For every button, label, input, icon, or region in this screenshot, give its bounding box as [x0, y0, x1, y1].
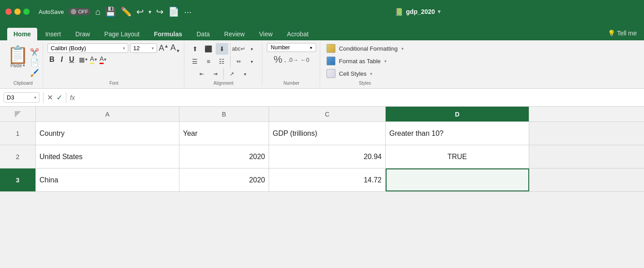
col-header-a[interactable]: A [36, 107, 179, 121]
copy-icon: 📄 [30, 58, 39, 67]
row-num-3[interactable]: 3 [0, 169, 36, 191]
autosave-toggle[interactable]: OFF [68, 8, 91, 15]
number-format-dropdown[interactable]: Number ▾ [267, 43, 316, 52]
cell-ref-arrow: ▾ [34, 95, 36, 100]
font-size-increase-icon[interactable]: A▲ [159, 43, 169, 53]
cut-button[interactable]: ✂️ [30, 48, 39, 56]
col-header-b[interactable]: B [179, 107, 269, 121]
traffic-lights [5, 9, 30, 15]
cell-a1[interactable]: Country [36, 122, 179, 145]
font-group: Calibri (Body) ▾ 12 ▾ A▲ A▼ B I U ▦ ▾ A … [44, 42, 184, 86]
redo-icon[interactable]: ↪ [156, 6, 164, 17]
row-num-2[interactable]: 2 [0, 145, 36, 168]
cell-c3[interactable]: 14.72 [269, 169, 386, 191]
format-as-table-arrow: ▾ [384, 59, 387, 64]
align-center-button[interactable]: ≡ [202, 56, 215, 67]
text-direction-dropdown[interactable]: ▾ [239, 68, 252, 80]
tab-draw[interactable]: Draw [69, 28, 96, 40]
percent-button[interactable]: % [274, 54, 283, 65]
col-header-d[interactable]: D [386, 107, 529, 121]
tab-acrobat[interactable]: Acrobat [281, 28, 315, 40]
maximize-button[interactable] [23, 9, 30, 15]
comma-button[interactable]: , [284, 56, 286, 63]
decrease-decimal-button[interactable]: ←0 [300, 56, 309, 63]
formula-input[interactable] [78, 93, 640, 102]
conditional-formatting-button[interactable]: Conditional Formatting ▾ [325, 43, 405, 54]
tab-review[interactable]: Review [218, 28, 251, 40]
cell-d2[interactable]: TRUE [386, 145, 529, 168]
text-direction-button[interactable]: ↗ [226, 68, 238, 80]
cell-b2[interactable]: 2020 [179, 145, 269, 168]
autosave-label: AutoSave [39, 9, 64, 15]
italic-button[interactable]: I [59, 55, 65, 65]
home-icon[interactable]: ⌂ [95, 7, 100, 17]
minimize-button[interactable] [14, 9, 21, 15]
align-middle-button[interactable]: ⬛ [202, 43, 215, 55]
cell-b1[interactable]: Year [179, 122, 269, 145]
fill-color-dropdown[interactable]: A ▾ [90, 55, 97, 64]
wrap-dropdown[interactable]: ▾ [246, 43, 258, 55]
conditional-formatting-icon [326, 44, 335, 53]
tab-formulas[interactable]: Formulas [148, 28, 188, 40]
edit-icon[interactable]: ✏️ [121, 6, 132, 17]
format-as-table-button[interactable]: Format as Table ▾ [325, 56, 388, 66]
cell-a3[interactable]: China [36, 169, 179, 191]
font-color-dropdown[interactable]: A ▾ [100, 55, 106, 64]
increase-decimal-button[interactable]: .0→ [288, 56, 299, 63]
confirm-formula-button[interactable]: ✓ [57, 93, 62, 102]
font-label: Font [109, 80, 118, 86]
number-group: Number ▾ % , .0→ ←0 Number [263, 42, 320, 86]
close-button[interactable] [5, 9, 12, 15]
font-row1: Calibri (Body) ▾ 12 ▾ A▲ A▼ [48, 43, 180, 53]
bold-button[interactable]: B [48, 55, 57, 65]
tab-home[interactable]: Home [7, 28, 37, 40]
underline-button[interactable]: U [67, 55, 76, 65]
align-right-button[interactable]: ☷ [216, 56, 228, 67]
cell-styles-arrow: ▾ [370, 71, 372, 76]
merge-dropdown[interactable]: ▾ [246, 56, 258, 67]
toggle-dot [71, 9, 76, 14]
table-row: 1 Country Year GDP (trillions) Greater t… [0, 122, 644, 145]
title-bar: AutoSave OFF ⌂ 💾 ✏️ ↩ ▾ ↪ 📄 ··· 📗 gdp_20… [0, 0, 644, 23]
page-icon[interactable]: 📄 [168, 6, 179, 17]
cancel-formula-button[interactable]: ✕ [47, 93, 53, 102]
cell-c2[interactable]: 20.94 [269, 145, 386, 168]
font-size-value: 12 [133, 45, 139, 52]
cell-d3[interactable] [386, 169, 529, 191]
paste-button[interactable]: 📋 Paste ▾ [7, 46, 28, 68]
font-size-dropdown[interactable]: 12 ▾ [130, 43, 157, 53]
save-icon[interactable]: 💾 [105, 6, 116, 17]
tab-page-layout[interactable]: Page Layout [98, 28, 146, 40]
font-size-decrease-icon[interactable]: A▼ [170, 43, 180, 53]
ribbon-tabs: Home Insert Draw Page Layout Formulas Da… [0, 23, 644, 40]
decrease-indent-button[interactable]: ⇤ [196, 68, 208, 80]
paste-label: Paste ▾ [10, 63, 25, 68]
clipboard-label: Clipboard [13, 80, 33, 86]
format-painter-button[interactable]: 🖌️ [30, 69, 39, 77]
border-dropdown[interactable]: ▦ ▾ [79, 56, 87, 63]
cell-a2[interactable]: United States [36, 145, 179, 168]
filename-chevron[interactable]: ▾ [438, 9, 440, 15]
cell-reference-box[interactable]: D3 ▾ [4, 92, 39, 103]
undo-dropdown-icon[interactable]: ▾ [148, 9, 152, 15]
tell-me-box[interactable]: 💡 Tell me [608, 30, 637, 40]
tab-data[interactable]: Data [190, 28, 216, 40]
cell-d1[interactable]: Greater than 10? [386, 122, 529, 145]
row-num-1[interactable]: 1 [0, 122, 36, 145]
tab-view[interactable]: View [253, 28, 279, 40]
col-header-c[interactable]: C [269, 107, 386, 121]
more-icon[interactable]: ··· [184, 7, 191, 17]
undo-icon[interactable]: ↩ [136, 6, 144, 17]
merge-center-button[interactable]: ⇔ [232, 56, 245, 67]
font-name-dropdown[interactable]: Calibri (Body) ▾ [48, 43, 128, 53]
copy-button[interactable]: 📄 [30, 58, 39, 67]
cell-c1[interactable]: GDP (trillions) [269, 122, 386, 145]
cell-b3[interactable]: 2020 [179, 169, 269, 191]
wrap-text-button[interactable]: abc↵ [232, 43, 245, 55]
increase-indent-button[interactable]: ⇥ [209, 68, 222, 80]
align-bottom-button[interactable]: ⬇ [216, 43, 228, 55]
cell-styles-button[interactable]: Cell Styles ▾ [325, 68, 374, 79]
tab-insert[interactable]: Insert [39, 28, 67, 40]
align-left-button[interactable]: ☰ [189, 56, 201, 67]
align-top-button[interactable]: ⬆ [189, 43, 201, 55]
